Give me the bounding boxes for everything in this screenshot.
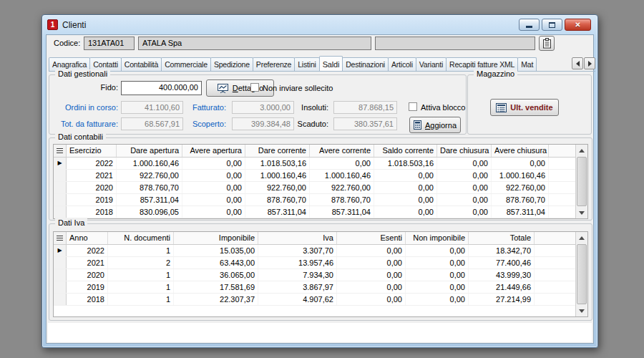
- codice-field: 131ATA01: [84, 37, 135, 50]
- calculator-icon: [414, 120, 421, 130]
- scaduto-field: 380.357,61: [333, 117, 397, 130]
- ordini-in-corso-label[interactable]: Ordini in corso:: [54, 103, 118, 112]
- attiva-blocco-checkbox[interactable]: [409, 102, 417, 111]
- app-icon: 1: [47, 19, 58, 30]
- close-button[interactable]: ✕: [565, 19, 591, 31]
- magazzino-group: Magazzino Ult. vendite: [467, 74, 592, 135]
- grid-menu-button[interactable]: [54, 145, 67, 157]
- chevron-up-icon: [579, 236, 585, 240]
- column-header[interactable]: Imponibile: [174, 232, 258, 244]
- ult-vendite-button[interactable]: Ult. vendite: [490, 99, 559, 116]
- table-row[interactable]: 2021922.760,000,001.000.160,461.000.160,…: [54, 170, 587, 182]
- aggiorna-button[interactable]: Aggiorna: [409, 117, 461, 133]
- scroll-up-button[interactable]: [576, 232, 587, 243]
- tot-da-fatturare-field: 68.567,91: [121, 117, 183, 130]
- column-header[interactable]: Esercizio: [67, 145, 117, 157]
- tab-scroll-left-button[interactable]: [572, 57, 583, 69]
- column-header[interactable]: Dare corrente: [245, 145, 310, 157]
- fido-label: Fido:: [54, 83, 118, 92]
- row-selector[interactable]: [54, 257, 67, 268]
- table-row[interactable]: 2021263.443,0013.957,460,000,0077.400,46: [54, 257, 587, 269]
- chart-icon: [217, 84, 229, 93]
- grid-menu-button[interactable]: [54, 232, 67, 244]
- column-header[interactable]: Avere chiusura: [492, 145, 549, 157]
- column-header[interactable]: Iva: [258, 232, 337, 244]
- column-header[interactable]: N. documenti: [108, 232, 174, 244]
- column-header[interactable]: Esenti: [337, 232, 406, 244]
- dati-iva-title: Dati Iva: [55, 218, 87, 227]
- insoluti-field: 87.868,15: [333, 101, 397, 114]
- maximize-icon: [549, 22, 555, 28]
- scroll-down-button[interactable]: [576, 207, 587, 218]
- tab-materiali[interactable]: Mat: [517, 57, 537, 71]
- scoperto-label[interactable]: Scoperto:: [185, 120, 226, 128]
- table-row[interactable]: 2020878.760,700,00922.760,00922.760,000,…: [54, 182, 587, 194]
- vertical-scrollbar[interactable]: [575, 232, 587, 316]
- table-row[interactable]: ▶ 20221.000.160,460,001.018.503,160,001.…: [54, 158, 587, 170]
- maximize-button[interactable]: [542, 19, 562, 31]
- column-header[interactable]: Saldo corrente: [374, 145, 437, 157]
- tab-spedizione[interactable]: Spedizione: [210, 57, 253, 71]
- table-row[interactable]: 2018830.096,050,00857.311,04857.311,040,…: [54, 206, 587, 218]
- scaduto-label: Scaduto:: [278, 120, 328, 128]
- column-header[interactable]: Avere apertura: [182, 145, 245, 157]
- tab-saldi[interactable]: Saldi: [319, 56, 343, 71]
- row-selector[interactable]: [54, 194, 67, 205]
- tab-preferenze[interactable]: Preferenze: [253, 57, 295, 71]
- table-row[interactable]: ▶ 2022115.035,003.307,700,000,0018.342,7…: [54, 245, 587, 257]
- hamburger-icon: [57, 148, 63, 153]
- table-row[interactable]: 2019117.581,693.867,970,000,0021.449,66: [54, 281, 587, 294]
- column-header[interactable]: Non imponibile: [406, 232, 469, 244]
- column-header[interactable]: Dare chiusura: [437, 145, 492, 157]
- row-selector[interactable]: [54, 170, 67, 181]
- tab-destinazioni[interactable]: Destinazioni: [342, 57, 389, 71]
- tab-articoli[interactable]: Articoli: [388, 57, 416, 71]
- row-selector[interactable]: ▶: [54, 245, 67, 256]
- tab-scroll-buttons: [572, 57, 595, 69]
- minimize-button[interactable]: [519, 19, 540, 31]
- fido-field[interactable]: 400.000,00: [121, 81, 202, 95]
- tab-contabilita[interactable]: Contabilità: [121, 57, 162, 71]
- scrollbar-thumb[interactable]: [577, 244, 587, 304]
- row-selector[interactable]: [54, 182, 67, 193]
- titlebar[interactable]: 1 Clienti ✕: [42, 15, 597, 34]
- row-selector[interactable]: [54, 206, 67, 218]
- dati-contabili-group: Dati contabili Esercizio Dare apertura A…: [49, 137, 592, 221]
- tab-listini[interactable]: Listini: [294, 57, 319, 71]
- non-inviare-sollecito-label: Non inviare sollecito: [263, 84, 333, 92]
- column-header[interactable]: Anno: [67, 232, 108, 244]
- tab-scroll-right-button[interactable]: [584, 57, 595, 69]
- dati-contabili-grid: Esercizio Dare apertura Avere apertura D…: [53, 144, 588, 219]
- tot-da-fatturare-label[interactable]: Tot. da fatturare:: [52, 120, 118, 128]
- row-selector[interactable]: [54, 294, 67, 305]
- customer-extra-field: [375, 37, 535, 50]
- vertical-scrollbar[interactable]: [575, 145, 587, 218]
- row-selector[interactable]: [54, 269, 67, 281]
- attiva-blocco-label: Attiva blocco: [421, 103, 465, 112]
- table-row[interactable]: 2020136.065,007.934,300,000,0043.999,30: [54, 269, 587, 281]
- codice-label: Codice:: [54, 39, 80, 47]
- scroll-down-button[interactable]: [576, 305, 587, 316]
- insoluti-label: Insoluti:: [278, 103, 328, 112]
- row-selector[interactable]: ▶: [54, 158, 67, 169]
- column-header[interactable]: Dare apertura: [117, 145, 182, 157]
- tab-commerciale[interactable]: Commerciale: [161, 57, 211, 71]
- scroll-up-button[interactable]: [576, 145, 587, 156]
- row-selector-icon: ▶: [57, 248, 62, 253]
- dati-gestionali-group: Dati gestionali Fido: 400.000,00 Dettagl…: [49, 74, 467, 135]
- chevron-down-icon: [579, 309, 585, 313]
- scrollbar-thumb[interactable]: [577, 157, 587, 206]
- table-row[interactable]: 2018122.307,374.907,620,000,0027.214,99: [54, 294, 587, 306]
- row-selector[interactable]: [54, 281, 67, 293]
- table-row[interactable]: 2019857.311,040,00878.760,70878.760,700,…: [54, 194, 587, 206]
- tab-varianti[interactable]: Varianti: [416, 57, 447, 71]
- chevron-right-icon: [588, 61, 592, 67]
- column-header[interactable]: Avere corrente: [310, 145, 374, 157]
- chevron-left-icon: [576, 61, 580, 67]
- chevron-up-icon: [579, 149, 585, 153]
- dati-iva-group: Dati Iva Anno N. documenti Imponibile Iv…: [49, 223, 592, 321]
- fatturato-label[interactable]: Fatturato:: [185, 103, 226, 112]
- non-inviare-sollecito-checkbox[interactable]: [250, 83, 259, 92]
- notes-button[interactable]: [539, 36, 555, 51]
- column-header[interactable]: Totale: [469, 232, 535, 244]
